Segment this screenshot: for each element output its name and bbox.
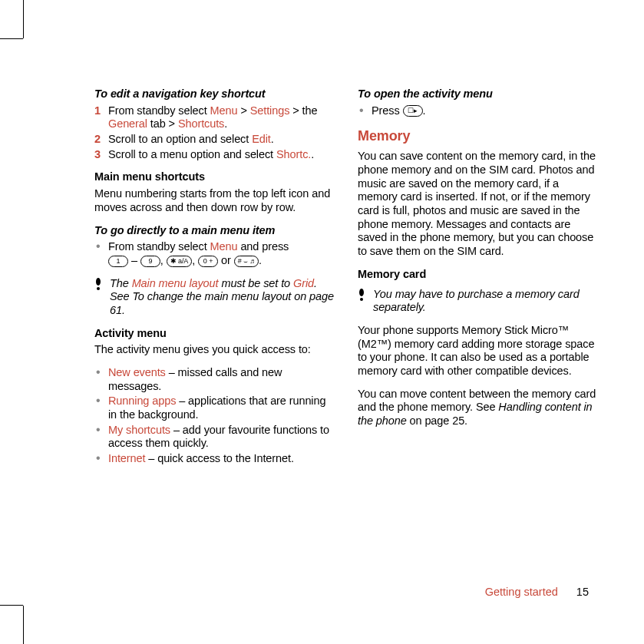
key-1-icon: 1 [108, 256, 128, 267]
page-footer: Getting started 15 [485, 586, 589, 598]
svg-point-3 [360, 298, 363, 301]
body-text: Menu numbering starts from the top left … [94, 187, 335, 214]
ui-label: Grid [293, 277, 314, 289]
bullet-list: From standby select Menu and press 1 – 9… [94, 240, 335, 267]
ui-label: Running apps [108, 395, 176, 407]
crop-mark [23, 0, 24, 38]
heading-memory-card: Memory card [358, 268, 598, 282]
info-icon [358, 288, 367, 315]
key-activity-icon: ☐▸ [403, 105, 423, 117]
right-column: To open the activity menu Press ☐▸. Memo… [358, 88, 598, 467]
list-item: New events – missed calls and new messag… [94, 366, 335, 393]
ui-label: Edit [252, 133, 271, 145]
note-text: You may have to purchase a memory card s… [373, 288, 598, 315]
section-main-menu-shortcuts: Main menu shortcuts Menu numbering start… [94, 170, 335, 214]
svg-point-0 [96, 278, 101, 286]
list-item: Running apps – applications that are run… [94, 395, 335, 421]
list-item: My shortcuts – add your favourite functi… [94, 424, 335, 451]
step-number: 3 [94, 148, 101, 162]
manual-page: To edit a navigation key shortcut 1 From… [0, 0, 644, 644]
svg-point-1 [97, 287, 100, 290]
note-text: The Main menu layout must be set to Grid… [110, 277, 335, 318]
step-text: From standby select Menu > Settings > th… [108, 104, 317, 130]
body-text: The activity menu gives you quick access… [94, 343, 335, 357]
activity-list: New events – missed calls and new messag… [94, 366, 335, 466]
step-text: Scroll to an option and select Edit. [108, 133, 274, 145]
step-item: 3 Scroll to a menu option and select Sho… [94, 148, 335, 162]
ui-label: Menu [210, 104, 238, 117]
note-block: You may have to purchase a memory card s… [358, 288, 598, 315]
heading-edit-nav-shortcut: To edit a navigation key shortcut [94, 88, 335, 101]
step-number: 1 [94, 104, 101, 118]
info-icon [94, 277, 104, 318]
ui-label: General [108, 117, 147, 130]
heading-main-menu-shortcuts: Main menu shortcuts [94, 170, 335, 184]
heading-open-activity-menu: To open the activity menu [358, 88, 598, 101]
body-text: You can move content between the memory … [358, 388, 598, 428]
key-star-icon: ✱ a/A [167, 256, 193, 267]
list-item: Press ☐▸. [358, 104, 598, 118]
page-number: 15 [576, 586, 589, 598]
body-text: You can save content on the memory card,… [358, 150, 598, 259]
ui-label: Shortc. [276, 148, 311, 160]
ui-label: My shortcuts [108, 424, 170, 436]
step-item: 2 Scroll to an option and select Edit. [94, 133, 335, 147]
steps-list: 1 From standby select Menu > Settings > … [94, 104, 335, 162]
step-item: 1 From standby select Menu > Settings > … [94, 104, 335, 131]
body-text: Your phone supports Memory Stick Micro™ … [358, 324, 598, 378]
two-column-layout: To edit a navigation key shortcut 1 From… [94, 88, 598, 467]
bullet-list: Press ☐▸. [358, 104, 598, 118]
ui-label: Menu [210, 240, 238, 253]
ui-label: Internet [108, 452, 145, 464]
ui-label: Main menu layout [132, 277, 219, 289]
crop-mark [0, 605, 23, 606]
left-column: To edit a navigation key shortcut 1 From… [94, 88, 335, 467]
list-item: From standby select Menu and press 1 – 9… [94, 240, 335, 267]
heading-memory: Memory [358, 128, 598, 145]
crop-mark [23, 606, 24, 644]
crop-mark [0, 38, 23, 39]
ui-label: New events [108, 366, 166, 378]
heading-go-to-main-menu: To go directly to a main menu item [94, 224, 335, 238]
heading-activity-menu: Activity menu [94, 327, 335, 341]
key-0-icon: 0 + [198, 256, 218, 267]
ui-label: Shortcuts [178, 117, 224, 130]
svg-point-2 [359, 289, 364, 296]
list-item: Internet – quick access to the Internet. [94, 452, 335, 466]
step-number: 2 [94, 133, 101, 147]
note-block: The Main menu layout must be set to Grid… [94, 277, 335, 318]
key-hash-icon: # ⌣ ♬ [234, 256, 259, 267]
section-activity-menu: Activity menu The activity menu gives yo… [94, 327, 335, 357]
step-text: Scroll to a menu option and select Short… [108, 148, 314, 160]
section-name: Getting started [485, 586, 558, 598]
key-9-icon: 9 [140, 256, 160, 267]
ui-label: Settings [250, 104, 290, 117]
